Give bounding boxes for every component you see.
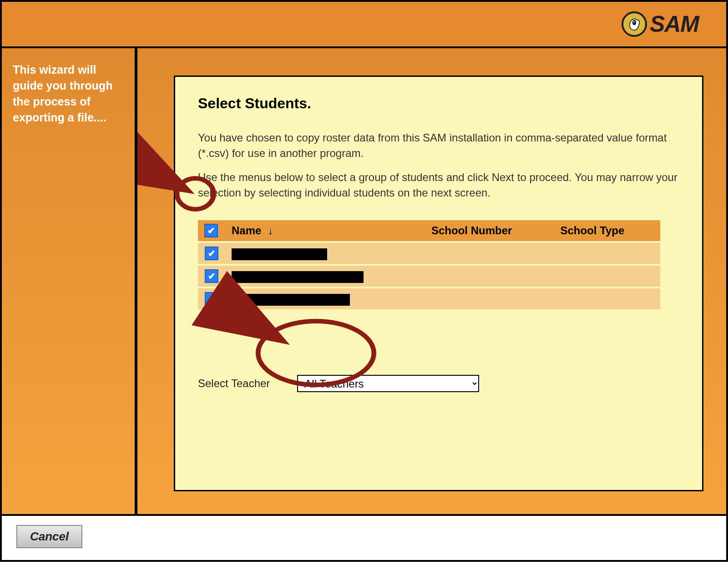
select-all-header-cell: ✔ (198, 220, 225, 241)
wizard-help-text: This wizard will guide you through the p… (13, 63, 112, 124)
svg-point-0 (632, 20, 637, 25)
school-number-column-header[interactable]: School Number (425, 220, 554, 241)
select-students-panel: Select Students. You have chosen to copy… (174, 76, 703, 491)
app-frame: SAM This wizard will guide you through t… (0, 0, 728, 562)
redacted-name (232, 294, 350, 306)
logo: SAM (622, 11, 699, 37)
row-checkbox[interactable]: ✔ (205, 269, 218, 283)
select-teacher-row: Select Teacher All Teachers (198, 375, 679, 392)
select-all-checkbox[interactable]: ✔ (204, 224, 218, 237)
name-column-header[interactable]: Name ↓ (225, 220, 425, 241)
svg-point-1 (633, 21, 635, 22)
table-row: ✔ (198, 288, 660, 309)
row-checkbox[interactable]: ✔ (205, 247, 218, 260)
students-table-body: ✔ ✔ ✔ (198, 243, 660, 309)
panel-intro-2: Use the menus below to select a group of… (198, 170, 679, 200)
panel-title: Select Students. (198, 95, 679, 112)
footer-bar: Cancel (2, 514, 726, 560)
main-area: This wizard will guide you through the p… (2, 48, 726, 514)
cancel-button[interactable]: Cancel (16, 525, 82, 548)
logo-text: SAM (650, 11, 699, 37)
sort-descending-icon: ↓ (268, 225, 273, 237)
svg-line-4 (137, 148, 177, 185)
header-bar: SAM (2, 2, 726, 48)
row-checkbox[interactable]: ✔ (205, 292, 218, 306)
students-table: ✔ Name ↓ School Number School Type (198, 218, 660, 311)
table-row: ✔ (198, 243, 660, 264)
sam-logo-icon (622, 11, 647, 37)
panel-intro-1: You have chosen to copy roster data from… (198, 130, 679, 161)
select-teacher-dropdown[interactable]: All Teachers (297, 375, 479, 392)
redacted-name (232, 271, 364, 283)
wizard-help-sidebar: This wizard will guide you through the p… (2, 48, 137, 514)
content-outer: Select Students. You have chosen to copy… (137, 48, 726, 514)
select-teacher-label: Select Teacher (198, 377, 270, 390)
school-type-column-header[interactable]: School Type (554, 220, 660, 241)
redacted-name (232, 248, 327, 260)
table-row: ✔ (198, 266, 660, 287)
